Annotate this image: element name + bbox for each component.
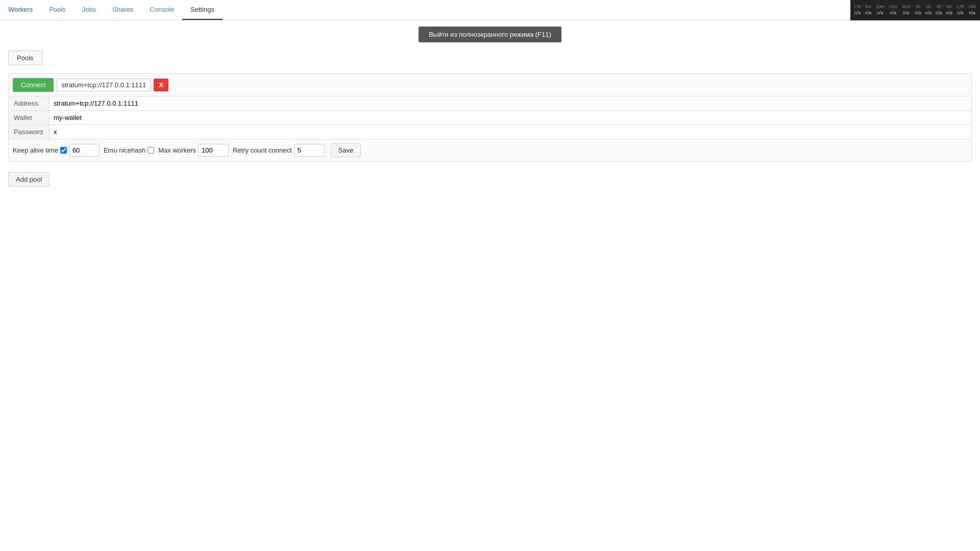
main-content: Pools Connect stratum+tcp://127.0.0.1:11…	[0, 46, 980, 191]
retry-count-label: Retry count connect	[233, 146, 292, 154]
stat-6h: 6h n/a	[946, 4, 952, 16]
top-navigation: Workers Pools Jobs Shares Console Settin…	[0, 0, 980, 20]
nav-console[interactable]: Console	[141, 0, 182, 20]
remove-pool-button[interactable]: X	[154, 79, 168, 91]
emu-nicehash-group: Emu nicehash	[104, 146, 154, 154]
wallet-input[interactable]	[50, 111, 971, 124]
save-button[interactable]: Save	[331, 143, 361, 157]
connect-row: Connect stratum+tcp://127.0.0.1:1111 X	[9, 74, 971, 96]
stat-2h: 2h n/a	[925, 4, 932, 16]
stat-cr: CR n/a	[854, 4, 861, 16]
add-pool-button[interactable]: Add pool	[8, 172, 50, 187]
tab-pools[interactable]: Pools	[8, 51, 42, 65]
max-workers-input[interactable]	[198, 144, 229, 157]
stat-10m: 10m n/a	[875, 4, 885, 16]
retry-count-group: Retry count connect	[233, 144, 325, 157]
password-input[interactable]	[50, 125, 971, 139]
keep-alive-group: Keep alive time	[13, 144, 100, 157]
keep-alive-checkbox[interactable]	[60, 147, 67, 154]
stat-3h: 3h n/a	[936, 4, 942, 16]
stat-15m: 15m n/a	[889, 4, 898, 16]
keep-alive-input[interactable]	[69, 144, 100, 157]
emu-nicehash-label: Emu nicehash	[104, 146, 145, 154]
address-input[interactable]	[50, 96, 971, 110]
stat-24h: 24h n/a	[968, 4, 976, 16]
stat-1h: 1h n/a	[915, 4, 921, 16]
address-row: Address	[9, 96, 971, 110]
stat-30m: 30m n/a	[901, 4, 911, 16]
stat-12h: 12h n/a	[957, 4, 964, 16]
max-workers-group: Max workers	[158, 144, 229, 157]
options-row: Keep alive time Emu nicehash Max workers…	[9, 139, 971, 161]
password-label: Password	[9, 125, 50, 139]
keep-alive-label: Keep alive time	[13, 146, 58, 154]
nav-pools[interactable]: Pools	[41, 0, 74, 20]
pool-address-display: stratum+tcp://127.0.0.1:1111	[57, 79, 151, 91]
nav-jobs[interactable]: Jobs	[74, 0, 104, 20]
address-label: Address	[9, 96, 50, 110]
pool-entry: Connect stratum+tcp://127.0.0.1:1111 X A…	[8, 73, 972, 162]
nav-settings[interactable]: Settings	[182, 0, 223, 20]
password-row: Password	[9, 124, 971, 139]
connect-button[interactable]: Connect	[13, 78, 54, 92]
max-workers-label: Max workers	[158, 146, 196, 154]
retry-count-input[interactable]	[294, 144, 325, 157]
exit-fullscreen-wrap: Выйти из полноэкранного режима (F11)	[0, 27, 980, 42]
nav-shares[interactable]: Shares	[104, 0, 141, 20]
exit-fullscreen-button[interactable]: Выйти из полноэкранного режима (F11)	[419, 27, 561, 42]
wallet-label: Wallet	[9, 111, 50, 124]
stats-bar: CR n/a 5m n/a 10m n/a 15m n/a 30m n/a 1h…	[850, 0, 980, 20]
nav-workers[interactable]: Workers	[0, 0, 41, 20]
wallet-row: Wallet	[9, 110, 971, 124]
stat-5m: 5m n/a	[865, 4, 872, 16]
emu-nicehash-checkbox[interactable]	[148, 147, 154, 154]
